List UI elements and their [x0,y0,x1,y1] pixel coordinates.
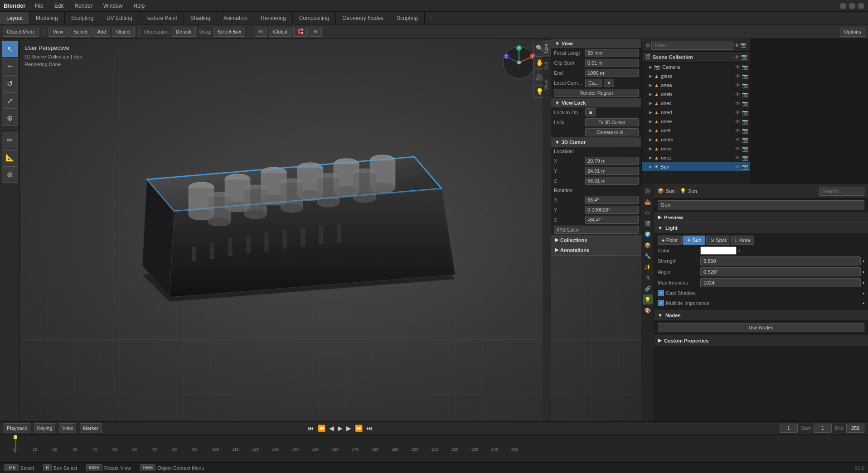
rotation-mode-value[interactable]: XYZ Euler [554,226,639,234]
sidebar-tab-item[interactable]: Item [543,39,551,57]
collections-header[interactable]: ▶ Collections [551,235,641,245]
onev-eye-icon[interactable]: 👁 [735,146,740,151]
view-lock-header[interactable]: ▼ View Lock [551,98,641,107]
preview-section-header[interactable]: ▶ Preview [654,212,868,222]
tab-geometry-nodes[interactable]: Geometry Nodes [336,12,390,24]
cursor-tool[interactable]: ⊛ [2,166,18,183]
outliner-render-icon[interactable]: 📷 [740,42,747,48]
onef-eye-icon[interactable]: 👁 [735,128,740,133]
view-menu[interactable]: View [48,27,68,37]
outliner-search-input[interactable] [651,41,733,50]
proportional-button[interactable]: ⊚ [310,27,322,37]
scene-collection-eye[interactable]: 👁 [734,54,739,60]
tab-uv-editing[interactable]: UV Editing [100,12,139,24]
prop-tab-material[interactable]: 🎨 [643,305,653,315]
color-arrow[interactable]: › [738,248,740,253]
oneb-render-icon[interactable]: 📷 [742,92,748,97]
timeline-ruler[interactable]: 1 10 20 30 40 50 60 70 80 90 100 110 120… [0,434,868,453]
onem-eye-icon[interactable]: 👁 [735,137,740,142]
onef-render-icon[interactable]: 📷 [742,128,748,134]
onee-render-icon[interactable]: 📷 [742,119,748,125]
outliner-item-onec[interactable]: ▶ ▲ onec 👁 📷 [642,99,750,108]
oned-eye-icon[interactable]: 👁 [735,110,740,115]
add-workspace-button[interactable]: + [425,13,437,23]
oned-render-icon[interactable]: 📷 [742,110,748,116]
tab-rendering[interactable]: Rendering [254,12,292,24]
prop-tab-scene[interactable]: 🎬 [643,218,653,228]
nodes-section-header[interactable]: ▼ Nodes [654,310,868,320]
onec-eye-icon[interactable]: 👁 [735,101,740,106]
global-button[interactable]: Global [269,27,291,37]
tab-animation[interactable]: Animation [217,12,254,24]
measure-tool[interactable]: 📐 [2,149,18,165]
cast-shadow-dot[interactable]: • [863,290,864,296]
prop-tab-modifier[interactable]: 🔧 [643,251,653,261]
sun-render-icon[interactable]: 📷 [742,164,748,170]
end-frame-input[interactable] [846,424,864,433]
multiple-importance-checkbox[interactable]: ✓ [658,300,664,306]
outliner-item-oneb[interactable]: ▶ ▲ oneb 👁 📷 [642,90,750,99]
menu-file[interactable]: File [33,2,45,10]
tab-texture-paint[interactable]: Texture Paint [139,12,184,24]
object-mode-button[interactable]: Object Mode [3,27,39,37]
tab-sculpting[interactable]: Sculpting [65,12,100,24]
cursor-section-header[interactable]: ▼ 3D Cursor [551,138,641,147]
menu-help[interactable]: Help [131,2,146,10]
go-start-btn[interactable]: ⏮ [307,424,315,433]
keying-menu[interactable]: Keying [34,423,56,433]
scene-collection-camera[interactable]: 📷 [741,54,747,60]
outliner-item-onef[interactable]: ▶ ▲ onef 👁 📷 [642,126,750,135]
onea-eye-icon[interactable]: 👁 [735,82,740,88]
next-frame-btn[interactable]: ⏩ [354,424,364,433]
lock-to-obj-swatch[interactable]: ■ [585,108,596,116]
prop-tab-world[interactable]: 🌍 [643,229,653,239]
menu-window[interactable]: Window [102,2,125,10]
cursor-x-value[interactable]: 20.79 m [585,157,639,165]
outliner-filter-icon[interactable]: ⚙ [645,42,650,48]
strength-dot[interactable]: • [863,258,864,264]
prop-tab-data[interactable]: 💡 [643,294,653,304]
light-section-header[interactable]: ▼ Light [654,223,868,233]
prop-tab-constraints[interactable]: 🔗 [643,284,653,294]
transform-tool[interactable]: ⊕ [2,110,18,126]
prev-keyframe-btn[interactable]: ◀ [328,424,335,433]
pivot-button[interactable]: ⊙ [255,27,267,37]
local-cam-btn[interactable]: Ca... [585,79,602,87]
local-cam-x-btn[interactable]: ✕ [604,79,614,87]
add-menu[interactable]: Add [93,27,111,37]
viewport[interactable]: User Perspective (1) Scene Collection | … [20,39,641,421]
object-menu[interactable]: Object [112,27,135,37]
cursor-z-value[interactable]: 58.31 m [585,177,639,185]
outliner-view-icon[interactable]: 👁 [734,43,739,48]
marker-menu[interactable]: Marker [80,423,102,433]
orientation-select[interactable]: Default [172,27,196,37]
camera-render-icon[interactable]: 📷 [742,64,748,70]
select-menu[interactable]: Select [69,27,92,37]
camera-to-view-btn[interactable]: Camera to Vi... [585,128,639,136]
tab-shading[interactable]: Shading [184,12,217,24]
outliner-item-onee[interactable]: ▶ ▲ onee 👁 📷 [642,117,750,126]
tab-scripting[interactable]: Scripting [390,12,425,24]
onec-render-icon[interactable]: 📷 [742,101,748,106]
rot-z-value[interactable]: -84.4° [585,216,639,224]
color-swatch[interactable] [700,246,737,255]
outliner-item-onev[interactable]: ▶ ▲ onev 👁 📷 [642,144,750,153]
sun-type-btn[interactable]: ☀ Sun [683,236,706,245]
point-type-btn[interactable]: ● Point [658,236,682,245]
tab-modeling[interactable]: Modeling [29,12,65,24]
tab-layout[interactable]: Layout [0,12,29,24]
onez-render-icon[interactable]: 📷 [742,155,748,161]
rot-y-value[interactable]: 0.000026° [585,206,639,214]
max-bounces-value[interactable]: 1024 [700,278,861,287]
move-tool[interactable]: ↔ [2,58,18,74]
go-end-btn[interactable]: ⏭ [365,424,373,433]
close-button[interactable] [858,3,864,9]
oneb-eye-icon[interactable]: 👁 [735,92,740,97]
custom-props-section-header[interactable]: ▶ Custom Properties [654,335,868,346]
onez-eye-icon[interactable]: 👁 [735,155,740,160]
outliner-item-glass[interactable]: ▶ ▲ glass 👁 📷 [642,72,750,81]
clip-end-value[interactable]: 1000 m [585,69,639,77]
minimize-button[interactable] [840,3,846,9]
prev-frame-btn[interactable]: ⏪ [317,424,326,433]
current-frame-input[interactable] [780,424,798,433]
